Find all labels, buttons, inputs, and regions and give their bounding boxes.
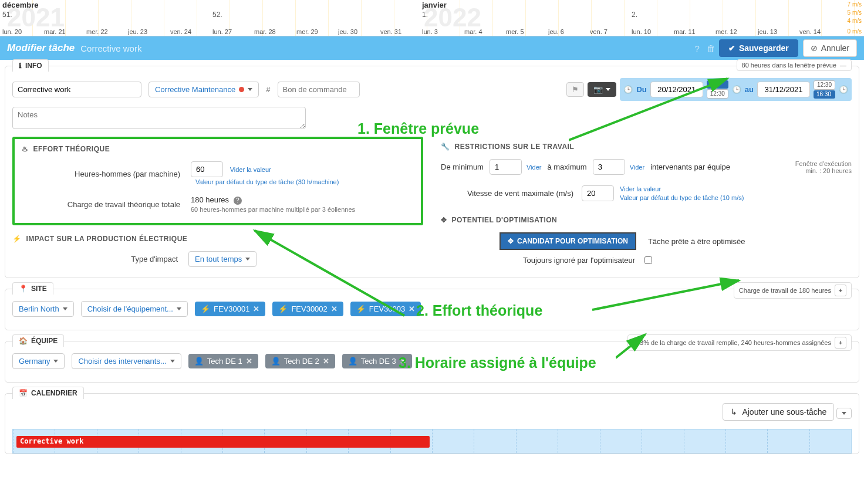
remove-icon[interactable]: ✕ — [323, 357, 329, 366]
impact-type-select[interactable]: En tout temps — [188, 251, 256, 267]
clear-wind[interactable]: Vider la valeur — [620, 185, 661, 192]
day-label: lun. 10 — [632, 28, 651, 35]
timeline-ruler[interactable]: 2021 2022 décembre janvier 51. 52. 1. 2.… — [0, 0, 864, 36]
wind-scale: 5 m/s — [848, 9, 862, 16]
cancel-icon: ⊘ — [811, 43, 818, 53]
equipment-chip[interactable]: ⚡FEV30003✕ — [350, 302, 421, 316]
time-from-bottom[interactable]: 12:30 — [707, 89, 728, 99]
day-label: jeu. 23 — [128, 28, 147, 35]
wind-label: Vitesse de vent maximale (m/s) — [441, 189, 582, 198]
worker-select[interactable]: Choisir des intervenants... — [72, 353, 181, 369]
remove-icon[interactable]: ✕ — [409, 305, 415, 313]
save-button[interactable]: ✔ Sauvegarder — [719, 39, 798, 57]
remove-icon[interactable]: ✕ — [246, 357, 252, 366]
plus-icon[interactable]: + — [835, 285, 846, 296]
add-subtask-dropdown[interactable] — [836, 408, 852, 419]
help-icon[interactable]: ? — [695, 43, 700, 53]
camera-button[interactable]: 📷 — [588, 82, 616, 97]
date-range-control: ⚑ 📷 🕒 Du 12:30 🕒 au 12:30 16:30 🕒 — [566, 78, 852, 101]
po-input[interactable] — [278, 82, 360, 97]
team-tab: 🏠ÉQUIPE — [12, 334, 64, 347]
caret-down-icon — [170, 360, 175, 363]
notes-input[interactable] — [12, 107, 306, 129]
task-name-input[interactable] — [12, 82, 141, 97]
wind-scale: 4 m/s — [848, 18, 862, 24]
cancel-button[interactable]: ⊘ Annuler — [803, 39, 857, 57]
day-label: jeu. 30 — [338, 28, 357, 35]
worker-chip[interactable]: 👤Tech DE 3✕ — [342, 354, 412, 368]
equipment-chip[interactable]: ⚡FEV30001✕ — [195, 302, 265, 316]
caret-down-icon — [245, 258, 250, 261]
team-workload-summary[interactable]: 133% de la charge de travail remplie, 24… — [627, 334, 852, 351]
worker-chip[interactable]: 👤Tech DE 1✕ — [188, 354, 258, 368]
clear-hh[interactable]: Vider la valeur — [230, 166, 271, 173]
opt-ready-text: Tâche prête à être optimisée — [648, 237, 745, 246]
caret-down-icon — [63, 307, 68, 310]
min-label: De minimum — [441, 163, 484, 171]
add-subtask-button[interactable]: ↳ Ajouter une sous-tâche — [723, 403, 834, 421]
hash-label: # — [266, 85, 270, 94]
remove-icon[interactable]: ✕ — [253, 305, 259, 313]
site-panel: 📍SITE Charge de travail de 180 heures+ B… — [5, 289, 859, 330]
optimization-badge[interactable]: ✥CANDIDAT POUR OPTIMISATION — [500, 232, 636, 250]
caret-down-icon — [842, 412, 846, 415]
total-label: Charge de travail théorique totale — [15, 200, 191, 209]
site-tab: 📍SITE — [12, 282, 53, 295]
day-label: mar. 28 — [254, 28, 276, 35]
day-label: mar. 11 — [674, 28, 696, 35]
clear-max[interactable]: Vider — [630, 164, 644, 171]
week-label: 51. — [2, 11, 12, 19]
min-input[interactable] — [490, 159, 522, 175]
flame-icon: ♨ — [22, 145, 29, 153]
max-input[interactable] — [593, 159, 625, 175]
wrench-icon: 🔧 — [441, 143, 450, 151]
help-icon[interactable]: ? — [234, 197, 242, 205]
remove-icon[interactable]: ✕ — [400, 357, 406, 366]
trash-icon[interactable]: 🗑 — [707, 43, 716, 53]
default-hh[interactable]: Valeur par défaut du type de tâche (30 h… — [195, 178, 339, 185]
team-panel: 🏠ÉQUIPE 133% de la charge de travail rem… — [5, 341, 859, 383]
save-label: Sauvegarder — [739, 43, 789, 53]
plus-icon[interactable]: + — [835, 337, 846, 349]
day-label: mar. 4 — [464, 28, 482, 35]
move-icon: ✥ — [441, 216, 447, 224]
day-label: lun. 20 — [2, 28, 22, 35]
date-to-input[interactable] — [757, 82, 810, 97]
week-label: 52. — [212, 11, 222, 19]
info-window-summary[interactable]: 80 heures dans la fenêtre prévue — — [737, 59, 852, 71]
date-from-input[interactable] — [650, 82, 703, 97]
site-workload-summary[interactable]: Charge de travail de 180 heures+ — [734, 282, 852, 299]
wind-scale: 0 m/s — [848, 28, 862, 35]
annotation-1: 1. Fenêtre prévue — [357, 120, 479, 137]
remove-icon[interactable]: ✕ — [331, 305, 338, 313]
team-label: intervenants par équipe — [650, 163, 730, 171]
day-label: mar. 21 — [44, 28, 66, 35]
hh-input[interactable] — [191, 161, 223, 177]
time-from-top[interactable] — [707, 80, 728, 89]
equipment-select[interactable]: Choisir de l'équipement... — [81, 301, 188, 317]
default-wind[interactable]: Valeur par défaut du type de tâche (10 m… — [620, 194, 744, 201]
hh-label: Heures-hommes (par machine) — [15, 170, 191, 178]
wind-input[interactable] — [582, 185, 614, 201]
week-label: 1. — [422, 11, 428, 19]
calendar-timeline[interactable]: Corrective work — [12, 429, 852, 454]
category-select[interactable]: Corrective Maintenance — [148, 82, 259, 97]
month-label: décembre — [2, 1, 38, 9]
country-select[interactable]: Germany — [12, 353, 65, 369]
max-label: à maximum — [547, 163, 586, 171]
clear-min[interactable]: Vider — [526, 164, 541, 171]
equipment-chip[interactable]: ⚡FEV30002✕ — [272, 302, 343, 316]
total-hint: 60 heures-hommes par machine multiplié p… — [191, 206, 355, 213]
month-label: janvier — [422, 1, 447, 9]
site-select[interactable]: Berlin North — [12, 301, 74, 317]
calendar-task-bar[interactable]: Corrective work — [16, 436, 430, 448]
worker-chip[interactable]: 👤Tech DE 2✕ — [265, 354, 335, 368]
time-to-top[interactable]: 12:30 — [814, 80, 835, 90]
effort-highlight: ♨EFFORT THÉORIQUE Heures-hommes (par mac… — [12, 137, 423, 225]
day-label: ven. 31 — [380, 28, 401, 35]
flag-button[interactable]: ⚑ — [566, 82, 584, 97]
opt-ignore-checkbox[interactable] — [644, 256, 652, 264]
day-label: lun. 3 — [422, 28, 438, 35]
day-label: mer. 29 — [296, 28, 318, 35]
time-to-bottom[interactable]: 16:30 — [814, 90, 835, 99]
